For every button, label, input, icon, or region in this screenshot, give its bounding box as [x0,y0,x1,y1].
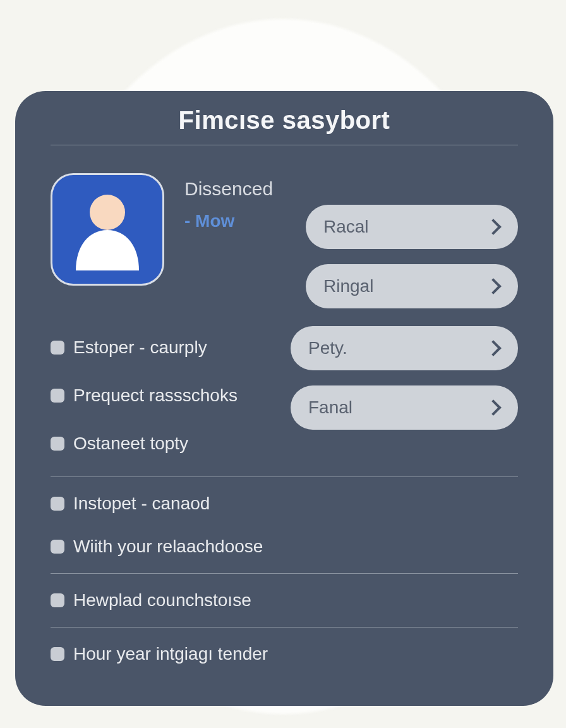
button-label: Pety. [308,338,347,358]
item-label: Ostaneet topty [73,434,188,454]
options-group-b: Instopet - canaod Wiith your relaachdoos… [51,477,518,573]
list-item[interactable]: Wiith your relaachdoose [51,525,518,568]
bullet-icon [51,540,64,554]
action-button-racal[interactable]: Racal [306,205,518,249]
middle-section: Estoper - caurply Prequect rassschoks Os… [51,326,518,465]
avatar[interactable] [51,173,164,286]
action-button-pety[interactable]: Pety. [291,326,518,370]
profile-subtitle[interactable]: - Mow [184,211,286,231]
button-label: Ringal [323,276,373,296]
options-group-a: Estoper - caurply Prequect rassschoks Os… [51,326,278,465]
action-buttons-lower: Pety. Fanal [291,326,518,430]
chevron-right-icon [485,340,501,356]
bullet-icon [51,437,64,451]
panel-title: Fimcıse sasybort [51,104,518,145]
list-item[interactable]: Hewplad counchstoıse [51,579,518,622]
chevron-right-icon [485,219,501,234]
profile-info: Dissenced - Mow [184,173,286,308]
item-label: Hour year intgiagı tender [73,644,268,664]
button-label: Racal [323,217,369,237]
list-item[interactable]: Hour year intgiagı tender [51,633,518,676]
item-label: Wiith your relaachdoose [73,537,263,557]
chevron-right-icon [485,399,501,415]
list-item[interactable]: Instopet - canaod [51,482,518,525]
action-buttons: Racal Ringal [306,173,518,308]
profile-name: Dissenced [184,178,286,200]
svg-point-0 [90,195,125,230]
list-item[interactable]: Ostaneet topty [51,422,278,465]
options-group-d: Hour year intgiagı tender [51,628,518,681]
bullet-icon [51,389,64,403]
bullet-icon [51,593,64,607]
list-item[interactable]: Prequect rassschoks [51,374,278,417]
bullet-icon [51,647,64,661]
bullet-icon [51,497,64,511]
item-label: Instopet - canaod [73,494,210,514]
item-label: Estoper - caurply [73,337,207,358]
action-button-ringal[interactable]: Ringal [306,264,518,308]
item-label: Prequect rassschoks [73,385,238,406]
bullet-icon [51,341,64,355]
profile-row: Dissenced - Mow Racal Ringal [51,145,518,326]
list-item[interactable]: Estoper - caurply [51,326,278,369]
action-button-fanal[interactable]: Fanal [291,385,518,430]
main-panel: Fimcıse sasybort Dissenced - Mow Racal R… [15,91,553,706]
item-label: Hewplad counchstoıse [73,590,251,610]
button-label: Fanal [308,397,352,418]
chevron-right-icon [485,278,501,294]
options-group-c: Hewplad counchstoıse [51,574,518,627]
person-icon [69,188,145,270]
